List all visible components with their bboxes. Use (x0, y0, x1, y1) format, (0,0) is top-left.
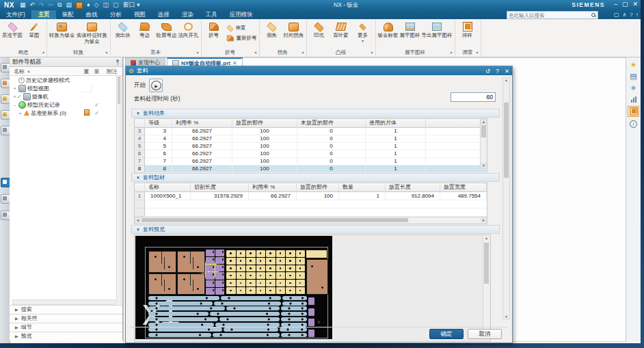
column-header[interactable]: 利用率 % (249, 183, 297, 192)
dialog-help-button[interactable]: ? (496, 68, 499, 75)
nesting-preview-canvas[interactable]: x1 (135, 236, 332, 339)
command-finder-icon[interactable] (76, 2, 83, 9)
copy-icon[interactable]: ⧉ (57, 1, 62, 10)
tab-assembly[interactable]: 装配 (56, 10, 80, 19)
ok-button[interactable]: 确定 (429, 329, 464, 339)
louver-button[interactable]: 百叶窗 (331, 21, 351, 39)
column-header[interactable]: 未放置的部件 (297, 119, 366, 128)
cascade-windows-icon[interactable]: ◫ (103, 1, 109, 10)
touch-icon[interactable]: ◇ (94, 1, 99, 10)
cut-icon[interactable]: ✂ (49, 1, 54, 10)
group-label-basic[interactable]: 基本 (113, 49, 199, 57)
dimple-button[interactable]: 凹坑 (309, 21, 330, 39)
closed-corner-button[interactable]: 封闭拐角 (284, 21, 304, 39)
column-header[interactable]: 放置长度 (386, 183, 440, 192)
dialog-close-button[interactable]: ✕ (505, 68, 509, 75)
tree-item-history-mode[interactable]: 历史记录建模模式 (10, 76, 122, 84)
expander-icon[interactable]: + (12, 94, 17, 99)
minimize-button[interactable]: – (614, 1, 617, 8)
time-input[interactable] (451, 92, 496, 102)
part-navigator-icon[interactable] (1, 94, 10, 104)
group-label-convert[interactable]: 转换 (49, 49, 108, 57)
undo-icon[interactable]: ↶ (29, 1, 35, 10)
column-header[interactable]: 放置的部件 (232, 119, 297, 128)
break-corner-button[interactable]: 倒角 (262, 21, 282, 39)
tab-tools[interactable]: 工具 (200, 10, 224, 19)
tab-home[interactable]: 主页 (32, 10, 56, 19)
group-label-construct[interactable]: 构造 (2, 49, 44, 57)
results-table-scrollbar[interactable]: ▲▼ (480, 119, 487, 168)
export-flat-pattern-button[interactable]: 导出展平图样 (422, 21, 453, 39)
column-header[interactable]: 名称 (145, 183, 191, 192)
menu-icon[interactable]: ▦ (20, 1, 26, 10)
flat-pattern-tool-icon[interactable]: ▤ (628, 71, 639, 81)
stock-table-horizontal-scrollbar[interactable]: ◄► (135, 217, 487, 224)
touch-mode-icon[interactable] (1, 211, 10, 220)
flat-pattern-button[interactable]: 展平图样 (400, 21, 420, 39)
expander-icon[interactable]: + (12, 86, 17, 91)
flange-button[interactable]: 弯边 (135, 21, 155, 39)
tree-item-model-history[interactable]: - 模型历史记录 ✓ (10, 101, 122, 109)
minimize-ribbon-icon[interactable]: ∧ (622, 10, 626, 19)
tab-select[interactable]: 选择 (152, 10, 176, 19)
group-label-examine[interactable]: 调查 (457, 49, 479, 57)
preview-scrollbar[interactable]: ▲▼ (483, 236, 489, 339)
command-search-box[interactable] (507, 11, 598, 19)
paste-icon[interactable]: ▤ (66, 1, 72, 10)
start-nesting-button[interactable]: ▶ (149, 79, 163, 92)
sketch-button[interactable]: 草图 (24, 21, 44, 39)
solid-to-sheetmetal-button[interactable]: 实体特征转换为钣金 (77, 21, 108, 44)
tab-feature-button[interactable]: 突出块 (113, 21, 133, 39)
column-header[interactable]: 等级 (145, 119, 172, 128)
group-label-punch[interactable]: 凸模 (309, 49, 373, 57)
tab-file[interactable]: 文件(F) (0, 10, 32, 19)
restore-button[interactable]: ▢ (622, 1, 628, 8)
favorites-icon[interactable]: ★ (628, 59, 639, 69)
assembly-navigator-icon[interactable] (1, 63, 10, 72)
pin-icon[interactable] (114, 59, 120, 65)
column-header[interactable]: 利用率 % (172, 119, 232, 128)
dialog-title-bar[interactable]: ⚙ 套料 ↺ ? ✕ (126, 66, 512, 75)
convert-to-sheetmetal-button[interactable]: 转换为钣金 (49, 21, 75, 39)
fullscreen-icon[interactable]: ▢ (614, 10, 619, 19)
nesting-tool-icon[interactable] (628, 106, 639, 117)
tree-item-cameras[interactable]: + ✓ 摄像机 (10, 92, 122, 101)
constraint-navigator-icon[interactable] (1, 79, 10, 88)
info-icon[interactable]: i (628, 119, 639, 129)
search-input[interactable] (507, 12, 591, 18)
stock-table[interactable]: 名称 切割长度 利用率 % 放置的部件 数量 放置长度 放置宽度 1 1000X… (134, 183, 487, 224)
datum-plane-button[interactable]: 基准平面 (2, 21, 23, 39)
part-navigator-active-icon[interactable] (1, 178, 10, 187)
section-search[interactable]: ▶搜索 (10, 305, 122, 314)
reuse-library-icon[interactable] (1, 110, 10, 120)
group-label-corner[interactable]: 拐角 (262, 49, 304, 57)
unbend-button[interactable]: 伸直 (226, 24, 257, 33)
redo-icon[interactable]: ↷ (39, 1, 44, 10)
chart-icon[interactable] (628, 94, 639, 104)
results-table[interactable]: 等级 利用率 % 放置的部件 未放置的部件 使用的片体 3366.2927100… (134, 118, 487, 174)
column-header[interactable]: 放置宽度 (440, 183, 487, 192)
rebend-button[interactable]: 重新折弯 (226, 34, 257, 42)
navigator-vertical-scrollbar[interactable] (116, 75, 122, 323)
sheetmetal-tag-button[interactable]: 钣金标签 (378, 21, 399, 39)
history-icon[interactable] (1, 194, 10, 204)
tree-item-datum-csys[interactable]: • 基准坐标系 (0) ✓ (10, 109, 122, 117)
help-icon[interactable]: ? (630, 10, 632, 19)
cancel-button[interactable]: 取消 (468, 329, 502, 339)
contour-flange-button[interactable]: 轮廓弯边 (157, 21, 177, 39)
tab-analysis[interactable]: 分析 (104, 10, 128, 19)
tab-view[interactable]: 视图 (128, 10, 152, 19)
section-header-results[interactable]: ▼套料结果 (131, 109, 500, 118)
dialog-collapse-chevron[interactable]: ∨ (317, 319, 321, 325)
section-details[interactable]: ▶细节 (10, 323, 122, 332)
section-header-preview[interactable]: ▼套料预览 (131, 225, 500, 234)
column-header[interactable]: 数量 (339, 183, 386, 192)
window-menu[interactable]: 窗口 ▾ (123, 1, 140, 10)
mic-icon[interactable]: ♦ (87, 1, 90, 10)
nesting-button[interactable]: 排样 (457, 21, 478, 39)
group-label-flat-pattern[interactable]: 展平图样 (378, 49, 453, 57)
tab-render[interactable]: 渲染 (176, 10, 200, 19)
new-window-icon[interactable]: ▢ (113, 1, 119, 10)
tab-curve[interactable]: 曲线 (80, 10, 104, 19)
column-header[interactable]: 切割长度 (191, 183, 249, 192)
